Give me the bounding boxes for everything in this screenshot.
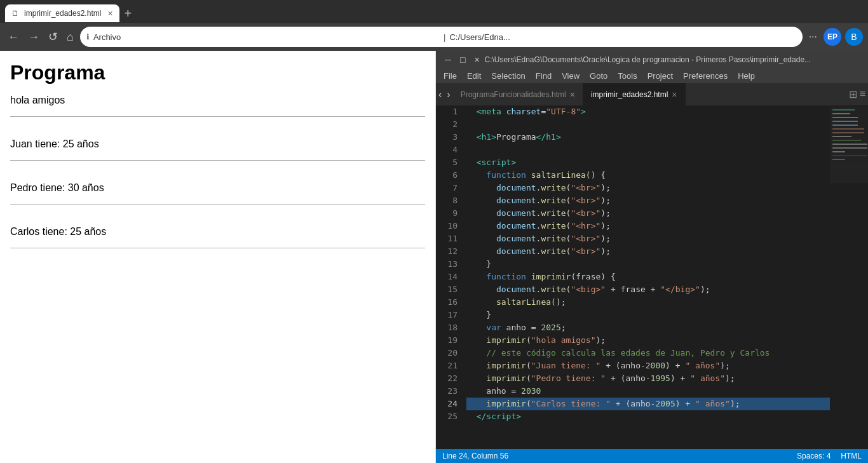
menu-file[interactable]: File <box>438 69 462 83</box>
svg-rect-11 <box>832 151 845 152</box>
status-language[interactable]: HTML <box>841 452 862 460</box>
line-num-6: 6 <box>440 169 458 182</box>
code-line-24: imprimir("Carlos tiene: " + (anho-2005) … <box>466 398 830 410</box>
svg-rect-7 <box>832 136 851 137</box>
code-line-8: document.write("<br>"); <box>466 194 830 207</box>
vscode-title-text: C:\Users\EdnaG\Documents\Oracle\Logica d… <box>484 55 812 64</box>
menu-edit[interactable]: Edit <box>462 69 486 83</box>
svg-rect-10 <box>832 147 867 149</box>
vscode-titlebar-controls-left: ─ □ × <box>441 53 484 66</box>
code-line-20: // este código calcula las edades de Jua… <box>466 347 830 359</box>
menu-find[interactable]: Find <box>531 69 557 83</box>
line-num-13: 13 <box>440 258 458 271</box>
bing-button[interactable]: B <box>845 28 863 46</box>
line-num-23: 23 <box>440 385 458 398</box>
new-tab-button[interactable]: + <box>125 6 132 21</box>
menu-preferences[interactable]: Preferences <box>678 69 733 83</box>
page-divider3 <box>10 204 425 205</box>
address-label: Archivo <box>93 32 440 42</box>
vscode-maximize-button[interactable]: □ <box>456 53 469 66</box>
code-line-15: document.write("<big>" + frase + "</big>… <box>466 283 830 296</box>
vscode-tab-1-close[interactable]: × <box>672 90 677 100</box>
back-button[interactable]: ← <box>5 28 22 46</box>
line-num-20: 20 <box>440 347 458 359</box>
line-num-7: 7 <box>440 182 458 194</box>
tab-title: imprimir_edades2.html <box>24 9 101 18</box>
line-num-21: 21 <box>440 359 458 372</box>
tab-nav-left[interactable]: ‹ <box>436 89 444 100</box>
status-spaces[interactable]: Spaces: 4 <box>797 452 831 460</box>
code-line-22: imprimir("Pedro tiene: " + (anho-1995) +… <box>466 372 830 385</box>
svg-rect-9 <box>832 144 867 145</box>
menu-view[interactable]: View <box>557 69 585 83</box>
page-divider4 <box>10 248 425 248</box>
more-tabs-icon[interactable]: ≡ <box>860 88 865 100</box>
browser-page: Programa hola amigos Juan tiene: 25 años… <box>0 51 436 463</box>
svg-rect-2 <box>832 117 858 118</box>
code-line-12: document.write("<br>"); <box>466 245 830 258</box>
forward-button[interactable]: → <box>25 28 42 46</box>
svg-rect-6 <box>832 132 864 133</box>
address-separator: | <box>444 32 445 42</box>
vscode-tab-1[interactable]: imprimir_edades2.html × <box>583 83 686 105</box>
browser-tab-active[interactable]: 🗋 imprimir_edades2.html × <box>5 4 119 22</box>
code-line-2 <box>466 118 830 131</box>
page-line3: Pedro tiene: 30 años <box>10 182 425 194</box>
profile-avatar[interactable]: EP <box>824 28 841 46</box>
main-area: Programa hola amigos Juan tiene: 25 años… <box>0 51 868 463</box>
code-line-23: anho = 2030 <box>466 385 830 398</box>
line-num-16: 16 <box>440 296 458 309</box>
line-num-19: 19 <box>440 334 458 347</box>
line-num-3: 3 <box>440 131 458 144</box>
svg-rect-1 <box>832 113 850 114</box>
code-line-1: <meta charset="UTF-8"> <box>466 105 830 118</box>
status-line-col[interactable]: Line 24, Column 56 <box>442 452 508 460</box>
vscode-tab-0-label: ProgramaFuncionalidades.html <box>461 90 566 99</box>
menu-selection[interactable]: Selection <box>486 69 530 83</box>
menu-project[interactable]: Project <box>642 69 678 83</box>
split-editor-icon[interactable]: ⊞ <box>849 88 857 100</box>
vscode-tab-0[interactable]: ProgramaFuncionalidades.html × <box>453 83 583 105</box>
tab-page-icon: 🗋 <box>11 9 20 18</box>
svg-rect-12 <box>832 155 867 156</box>
code-line-9: document.write("<br>"); <box>466 207 830 220</box>
address-bar[interactable]: ℹ Archivo | C:/Users/Edna... <box>80 27 803 47</box>
line-num-15: 15 <box>440 283 458 296</box>
info-icon: ℹ <box>86 32 90 41</box>
address-path: C:/Users/Edna... <box>449 32 796 42</box>
vscode-editor[interactable]: 1 2 3 4 5 6 7 8 9 10 11 12 13 14 15 16 1… <box>436 105 868 449</box>
code-line-19: imprimir("hola amigos"); <box>466 334 830 347</box>
page-line1: hola amigos <box>10 95 425 106</box>
code-line-7: document.write("<br>"); <box>466 182 830 194</box>
vscode-minimize-button[interactable]: ─ <box>441 53 455 66</box>
line-num-1: 1 <box>440 105 458 118</box>
menu-goto[interactable]: Goto <box>585 69 613 83</box>
vscode-menubar: File Edit Selection Find View Goto Tools… <box>436 69 868 83</box>
code-line-3: <h1>Programa</h1> <box>466 131 830 144</box>
vscode-titlebar: ─ □ × C:\Users\EdnaG\Documents\Oracle\Lo… <box>436 51 868 69</box>
line-num-14: 14 <box>440 271 458 283</box>
code-line-4 <box>466 144 830 156</box>
svg-rect-5 <box>832 128 864 130</box>
vscode-tab-0-close[interactable]: × <box>570 90 575 100</box>
svg-rect-4 <box>832 124 858 126</box>
tab-close-button[interactable]: × <box>107 8 112 18</box>
refresh-button[interactable]: ↺ <box>46 27 60 46</box>
code-line-14: function imprimir(frase) { <box>466 271 830 283</box>
nav-bar: ← → ↺ ⌂ ℹ Archivo | C:/Users/Edna... ···… <box>0 23 868 51</box>
more-button[interactable]: ··· <box>806 29 820 45</box>
line-numbers: 1 2 3 4 5 6 7 8 9 10 11 12 13 14 15 16 1… <box>436 105 461 449</box>
menu-tools[interactable]: Tools <box>613 69 642 83</box>
home-button[interactable]: ⌂ <box>64 28 76 46</box>
vscode-minimap <box>830 105 868 449</box>
tab-nav-right[interactable]: › <box>444 89 452 100</box>
code-line-17: } <box>466 309 830 321</box>
vscode-tab-1-label: imprimir_edades2.html <box>591 90 668 99</box>
code-content[interactable]: <meta charset="UTF-8"> <h1>Programa</h1>… <box>461 105 830 449</box>
code-line-6: function saltarLinea() { <box>466 169 830 182</box>
vscode-close-button[interactable]: × <box>470 53 483 66</box>
svg-rect-13 <box>832 159 845 160</box>
menu-help[interactable]: Help <box>733 69 760 83</box>
code-line-13: } <box>466 258 830 271</box>
line-num-22: 22 <box>440 372 458 385</box>
